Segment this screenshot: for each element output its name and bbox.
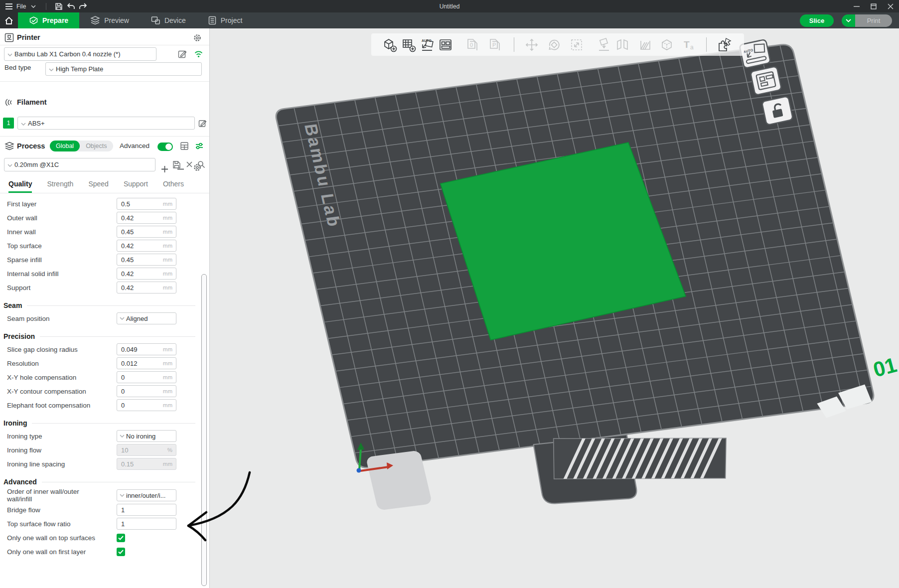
printer-preset-select[interactable]: Bambu Lab X1 Carbon 0.4 nozzle (*)	[4, 47, 156, 61]
save-preset-icon[interactable]	[171, 159, 181, 169]
scope-objects[interactable]: Objects	[80, 141, 113, 151]
chevron-down-icon	[846, 19, 851, 22]
advanced-label: Advanced	[120, 142, 150, 149]
setting-row-first-layer: First layer0.5mm	[0, 197, 199, 211]
svg-text:0: 0	[470, 42, 473, 48]
process-tab-support[interactable]: Support	[124, 176, 148, 193]
chevron-down-icon[interactable]	[29, 2, 38, 11]
sparse-infill-input[interactable]: 0.45mm	[117, 254, 176, 266]
first-layer-input[interactable]: 0.5mm	[117, 198, 176, 210]
check-icon	[118, 550, 124, 554]
build-plate[interactable]: Bambu Lab	[274, 43, 891, 532]
seam-position-select[interactable]: Aligned	[117, 312, 176, 324]
top-surface-input[interactable]: 0.42mm	[117, 240, 176, 252]
setting-label: Ironing flow	[7, 446, 97, 454]
parameter-table-icon[interactable]	[179, 141, 189, 151]
process-scope-segmented: Global Objects	[50, 141, 113, 151]
lay-flat-icon	[596, 36, 612, 53]
maximize-icon[interactable]	[865, 0, 882, 12]
chevron-down-icon	[49, 65, 54, 73]
file-menu[interactable]: File	[16, 3, 26, 10]
filament-preset-select[interactable]: ABS+	[17, 117, 195, 130]
bed-type-select[interactable]: High Temp Plate	[45, 62, 202, 76]
tab-preview[interactable]: Preview	[79, 12, 140, 28]
settings-list: First layer0.5mmOuter wall0.42mmInner wa…	[0, 194, 199, 588]
redo-icon[interactable]	[78, 2, 87, 11]
elephant-foot-compensation-input[interactable]: 0mm	[117, 399, 176, 411]
add-plate-icon[interactable]	[400, 36, 417, 53]
x-y-contour-compensation-input[interactable]: 0mm	[117, 385, 176, 397]
process-tabs: QualityStrengthSpeedSupportOthers	[0, 176, 209, 193]
only-one-wall-on-top-surfaces-checkbox[interactable]	[117, 534, 125, 542]
close-icon[interactable]	[882, 0, 899, 12]
process-tab-speed[interactable]: Speed	[88, 176, 108, 193]
slice-gap-closing-radius-input[interactable]: 0.049mm	[117, 343, 176, 355]
minimize-icon[interactable]	[848, 0, 865, 12]
resolution-input[interactable]: 0.012mm	[117, 357, 176, 369]
lock-plate-button[interactable]	[762, 96, 793, 125]
only-one-wall-on-first-layer-checkbox[interactable]	[117, 548, 125, 556]
outer-wall-input[interactable]: 0.42mm	[117, 212, 176, 224]
scope-global[interactable]: Global	[50, 141, 80, 151]
setting-row-sparse-infill: Sparse infill0.45mm	[0, 253, 199, 267]
process-preset-select[interactable]: 0.20mm @X1C	[4, 158, 155, 171]
edit-printer-icon[interactable]	[177, 49, 187, 59]
compare-preset-icon[interactable]	[194, 141, 204, 151]
save-icon[interactable]	[54, 2, 63, 11]
setting-row-top-surface-flow-ratio: Top surface flow ratio1	[0, 517, 199, 531]
inner-wall-input[interactable]: 0.45mm	[117, 226, 176, 238]
tab-device[interactable]: Device	[140, 12, 197, 28]
setting-row-order-of-inner-wall-outer-wall-infill: Order of inner wall/outer wall/infillinn…	[0, 488, 199, 503]
support-input[interactable]: 0.42mm	[117, 282, 176, 294]
setting-label: Resolution	[7, 360, 97, 367]
auto-orient-plate-button[interactable]: AUTO	[740, 39, 771, 68]
printer-settings-gear-icon[interactable]	[192, 33, 202, 43]
ironing-line-spacing-input[interactable]: 0.15mm	[117, 458, 176, 470]
setting-row-ironing-flow: Ironing flow10%	[0, 443, 199, 457]
printer-icon	[4, 33, 14, 44]
advanced-toggle[interactable]	[157, 143, 173, 151]
tab-prepare[interactable]: Prepare	[18, 12, 79, 28]
setting-row-x-y-hole-compensation: X-Y hole compensation0mm	[0, 370, 199, 384]
setting-row-ironing-type: Ironing typeNo ironing	[0, 429, 199, 443]
undo-icon[interactable]	[66, 2, 75, 11]
top-surface-flow-ratio-input[interactable]: 1	[117, 518, 176, 530]
process-tab-strength[interactable]: Strength	[47, 176, 73, 193]
sidebar-scrollbar[interactable]	[201, 274, 207, 586]
hamburger-icon[interactable]	[4, 2, 13, 11]
print-button[interactable]: Print	[855, 14, 892, 27]
delete-preset-icon[interactable]	[184, 159, 194, 169]
setting-row-outer-wall: Outer wall0.42mm	[0, 211, 199, 225]
home-button[interactable]	[0, 12, 18, 28]
internal-solid-infill-input[interactable]: 0.42mm	[117, 268, 176, 280]
text-icon: Ta	[680, 36, 697, 53]
process-tab-quality[interactable]: Quality	[8, 176, 32, 193]
setting-row-only-one-wall-on-top-surfaces: Only one wall on top surfaces	[0, 531, 199, 545]
print-options-dropdown[interactable]	[842, 14, 855, 27]
wifi-icon[interactable]	[193, 49, 203, 59]
toolbar-divider	[514, 37, 514, 52]
bridge-flow-input[interactable]: 1	[117, 504, 176, 516]
add-object-icon[interactable]	[381, 36, 398, 53]
section-seam: Seam	[0, 299, 199, 311]
search-icon[interactable]	[196, 159, 206, 169]
slice-button[interactable]: Slice	[800, 14, 834, 27]
setting-label: Seam position	[7, 315, 97, 322]
add-filament-icon[interactable]	[159, 164, 169, 174]
arrange-icon[interactable]	[437, 36, 454, 53]
x-y-hole-compensation-input[interactable]: 0mm	[117, 371, 176, 383]
arrange-plate-button[interactable]	[750, 66, 782, 95]
process-tab-others[interactable]: Others	[163, 176, 184, 193]
order-of-inner-wall-outer-wall-infill-select[interactable]: inner/outer/i...	[117, 489, 176, 501]
ironing-type-select[interactable]: No ironing	[117, 430, 176, 442]
setting-row-bridge-flow: Bridge flow1	[0, 503, 199, 517]
plate-number-label: 01	[871, 353, 899, 381]
ironing-flow-input[interactable]: 10%	[117, 444, 176, 456]
tab-project[interactable]: Project	[197, 12, 254, 28]
edit-filament-icon[interactable]	[197, 118, 207, 128]
setting-label: Inner wall	[7, 228, 97, 236]
setting-label: Order of inner wall/outer wall/infill	[7, 488, 97, 503]
assembly-icon[interactable]	[716, 36, 733, 53]
auto-orient-icon[interactable]: AUTO	[419, 36, 436, 53]
viewport-3d[interactable]: Bambu Lab	[210, 28, 899, 588]
